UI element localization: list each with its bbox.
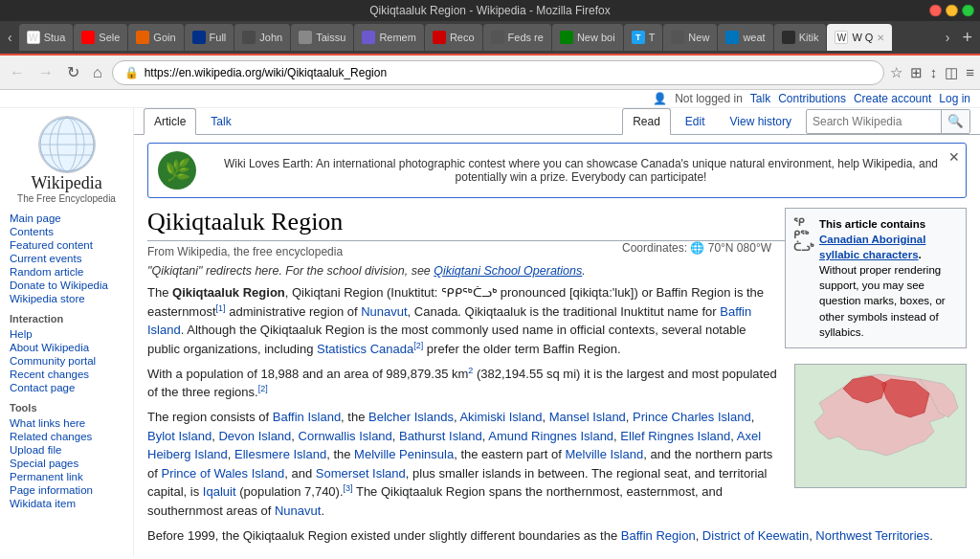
banner-close-button[interactable]: ✕ — [948, 149, 960, 165]
tab-close-wq[interactable]: ✕ — [877, 33, 884, 43]
tab-reco[interactable]: Reco — [425, 24, 482, 51]
ellesmere-link[interactable]: Ellesmere Island — [234, 447, 326, 461]
sidebar-item-upload[interactable]: Upload file — [10, 443, 123, 457]
login-link[interactable]: Log in — [939, 92, 970, 105]
sidebar-item-main-page[interactable]: Main page — [10, 212, 123, 225]
bylot-link[interactable]: Bylot Island — [147, 429, 212, 443]
article-area: Article Talk Read Edit View history 🔍 🌿 … — [134, 108, 980, 556]
sidebar-item-store[interactable]: Wikipedia store — [10, 292, 123, 305]
sidebar-item-about[interactable]: About Wikipedia — [10, 341, 123, 354]
infobox-content: This article contains Canadian Aborigina… — [819, 216, 958, 340]
iqaluit-link[interactable]: Iqaluit — [203, 485, 236, 500]
tab-scroll-left[interactable]: ‹ — [2, 26, 18, 49]
sidebar-item-what-links[interactable]: What links here — [10, 416, 123, 430]
sidebar-navigation: Main page Contents Featured content Curr… — [10, 212, 123, 305]
baffin-island-link2[interactable]: Baffin Island — [273, 410, 341, 424]
keewatin-link[interactable]: District of Keewatin — [702, 528, 809, 543]
library-icon[interactable]: ⊞ — [910, 64, 923, 81]
tab-stua[interactable]: WStua — [19, 24, 74, 51]
melville-island-link[interactable]: Melville Island — [566, 447, 644, 461]
infobox-syllabics-icon: ᕿᑭᖅᑖᓗᒃ — [793, 216, 813, 255]
tab-feds[interactable]: Feds re — [483, 24, 551, 51]
window-controls[interactable] — [929, 5, 974, 17]
tab-remem[interactable]: Remem — [354, 24, 424, 51]
tab-talk[interactable]: Talk — [200, 108, 241, 134]
qikiqtani-school-link[interactable]: Qikiqtani School Operations — [434, 264, 582, 278]
melville-pen-link[interactable]: Melville Peninsula — [354, 447, 454, 461]
baffin-island-link[interactable]: Baffin Island — [147, 304, 751, 338]
somerset-link[interactable]: Somerset Island — [316, 466, 406, 481]
akimiski-link[interactable]: Akimiski Island — [459, 410, 542, 424]
sidebar-item-donate[interactable]: Donate to Wikipedia — [10, 279, 123, 292]
bookmark-icon[interactable]: ☆ — [890, 64, 902, 81]
tab-sele[interactable]: Sele — [74, 24, 127, 51]
stats-canada-link[interactable]: Statistics Canada — [317, 342, 413, 356]
sidebar-item-random-article[interactable]: Random article — [10, 265, 123, 279]
tab-weather[interactable]: weat — [718, 24, 772, 51]
tab-john[interactable]: John — [234, 24, 290, 51]
sidebar-item-help[interactable]: Help — [10, 327, 123, 341]
talk-link[interactable]: Talk — [750, 92, 770, 105]
devon-link[interactable]: Devon Island — [218, 429, 291, 443]
url-input[interactable] — [145, 66, 872, 79]
create-account-link[interactable]: Create account — [854, 92, 931, 105]
prince-charles-link[interactable]: Prince Charles Island — [633, 410, 751, 424]
sidebar-item-wikidata[interactable]: Wikidata item — [10, 497, 123, 510]
new-tab-button[interactable]: + — [956, 28, 978, 48]
pocket-icon[interactable]: ◫ — [945, 64, 958, 81]
tab-t[interactable]: TT — [624, 24, 663, 51]
sidebar-item-page-info[interactable]: Page information — [10, 483, 123, 497]
tab-newbo[interactable]: New boi — [552, 24, 623, 51]
tab-label-full: Full — [210, 32, 227, 43]
nunavut-link2[interactable]: Nunavut — [275, 503, 321, 518]
bathurst-link[interactable]: Bathurst Island — [399, 429, 482, 443]
baffin-region-link[interactable]: Baffin Region — [621, 528, 696, 543]
tab-read[interactable]: Read — [622, 108, 671, 135]
home-button[interactable]: ⌂ — [89, 62, 106, 83]
sidebar-item-contact[interactable]: Contact page — [10, 381, 123, 394]
northwest-link[interactable]: Northwest Territories — [815, 528, 929, 543]
infobox-title: This article contains Canadian Aborigina… — [819, 218, 925, 260]
tab-taiss[interactable]: Taissu — [291, 24, 353, 51]
sidebar-item-permanent-link[interactable]: Permanent link — [10, 470, 123, 483]
belcher-islands-link[interactable]: Belcher Islands — [368, 410, 454, 424]
minimize-button[interactable] — [946, 5, 958, 17]
menu-icon[interactable]: ≡ — [966, 64, 974, 80]
search-input[interactable] — [807, 115, 941, 128]
nunavut-link[interactable]: Nunavut — [361, 304, 407, 319]
tab-label-goin: Goin — [153, 32, 175, 43]
prince-wales-link[interactable]: Prince of Wales Island — [161, 466, 284, 481]
sidebar-item-current-events[interactable]: Current events — [10, 252, 123, 265]
tab-new[interactable]: New — [663, 24, 717, 51]
ellef-link[interactable]: Ellef Ringnes Island — [620, 429, 730, 443]
back-button[interactable]: ← — [6, 62, 29, 83]
tab-view-history[interactable]: View history — [720, 108, 802, 134]
sidebar-item-contents[interactable]: Contents — [10, 225, 123, 238]
cornwallis-link[interactable]: Cornwallis Island — [299, 429, 392, 443]
maximize-button[interactable] — [962, 5, 974, 17]
tab-favicon-weather — [725, 31, 739, 44]
sidebar-item-special-pages[interactable]: Special pages — [10, 457, 123, 470]
forward-button[interactable]: → — [34, 62, 57, 83]
search-button[interactable]: 🔍 — [941, 109, 969, 134]
mansel-link[interactable]: Mansel Island — [549, 410, 626, 424]
amund-link[interactable]: Amund Ringnes Island — [488, 429, 613, 443]
contributions-link[interactable]: Contributions — [778, 92, 846, 105]
tab-edit[interactable]: Edit — [675, 108, 716, 134]
sidebar-item-community[interactable]: Community portal — [10, 354, 123, 368]
tab-wq[interactable]: WW Q✕ — [827, 24, 892, 51]
sidebar-item-featured-content[interactable]: Featured content — [10, 238, 123, 252]
infobox-link[interactable]: Canadian Aboriginal syllabic characters — [819, 234, 925, 260]
close-button[interactable] — [929, 5, 942, 17]
sidebar-item-related-changes[interactable]: Related changes — [10, 430, 123, 443]
tab-kitab[interactable]: Kitik — [774, 24, 827, 51]
canada-map — [795, 365, 967, 488]
sidebar-tools-title: Tools — [10, 402, 123, 414]
reload-button[interactable]: ↻ — [63, 61, 83, 83]
tab-scroll-right[interactable]: › — [940, 26, 956, 49]
tab-goin[interactable]: Goin — [128, 24, 183, 51]
sync-icon[interactable]: ↕ — [930, 64, 938, 80]
sidebar-item-recent-changes[interactable]: Recent changes — [10, 368, 123, 381]
tab-article[interactable]: Article — [144, 108, 196, 135]
tab-full[interactable]: Full — [185, 24, 234, 51]
